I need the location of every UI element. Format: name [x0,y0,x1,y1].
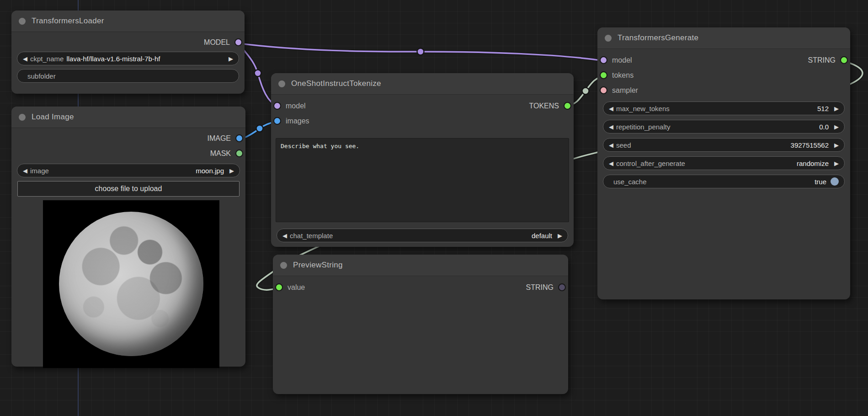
widget-chat-template[interactable]: ◀ chat_template default ▶ [277,229,568,242]
output-label-model: MODEL [204,38,230,47]
widget-seed[interactable]: ◀ seed 3927515562 ▶ [603,138,845,152]
input-slot-sampler[interactable] [600,86,607,94]
output-slot-model[interactable] [234,38,242,46]
next-value-icon[interactable]: ▶ [834,123,839,130]
prev-value-icon[interactable]: ◀ [609,160,613,167]
input-label-tokens: tokens [612,71,634,80]
widget-control-after-generate[interactable]: ◀ control_after_generate randomize ▶ [603,156,845,170]
widget-use-cache[interactable]: use_cache true [603,175,845,188]
node-title-bar[interactable]: PreviewString [273,255,568,276]
node-title: OneShotInstructTokenize [291,79,381,88]
widget-label: subfolder [27,72,56,80]
widget-label: control_after_generate [616,160,685,167]
widget-label: repetition_penalty [616,123,670,131]
input-slot-images[interactable] [273,117,281,125]
output-slot-string[interactable] [840,56,848,64]
node-load-image[interactable]: Load Image IMAGE MASK ◀ image moon.jpg ▶… [11,107,245,367]
node-title: Load Image [32,112,74,122]
widget-value: default [532,232,552,240]
widget-ckpt-name[interactable]: ◀ ckpt_name llava-hf/llava-v1.6-mistral-… [17,52,239,65]
prev-value-icon[interactable]: ◀ [609,142,613,149]
node-title-bar[interactable]: OneShotInstructTokenize [271,73,574,95]
link-dot [582,88,589,95]
toggle-knob-icon[interactable] [831,177,839,186]
collapse-dot-icon[interactable] [278,80,285,87]
widget-value: 3927515562 [791,141,829,149]
output-label-image: IMAGE [207,134,231,143]
input-label-images: images [286,117,309,125]
collapse-dot-icon[interactable] [605,35,612,42]
input-slot-value[interactable] [275,283,283,291]
link-dot [417,48,424,55]
node-one-shot-instruct-tokenize[interactable]: OneShotInstructTokenize model TOKENS ima… [271,73,574,247]
widget-value: randomize [797,160,829,167]
next-value-icon[interactable]: ▶ [558,232,562,239]
output-slot-tokens[interactable] [564,102,571,110]
widget-label: max_new_tokens [616,105,670,112]
output-label-tokens: TOKENS [529,102,559,110]
prev-value-icon[interactable]: ◀ [23,55,27,62]
node-title-bar[interactable]: TransformersGenerate [597,27,850,49]
widget-max-new-tokens[interactable]: ◀ max_new_tokens 512 ▶ [603,101,845,115]
link-dot [256,125,263,132]
choose-file-label: choose file to upload [95,185,162,193]
output-slot-mask[interactable] [235,149,243,157]
link-dot [255,70,261,77]
widget-subfolder[interactable]: subfolder [17,69,239,83]
widget-value: llava-hf/llava-v1.6-mistral-7b-hf [66,55,160,63]
node-title-bar[interactable]: TransformersLoader [11,11,245,32]
node-preview-string[interactable]: PreviewString value STRING [273,255,568,394]
widget-label: chat_template [290,232,333,240]
node-graph-canvas[interactable]: TransformersLoader MODEL ◀ ckpt_name lla… [0,0,868,416]
widget-value: true [815,178,826,186]
input-label-value: value [288,283,305,292]
input-slot-model[interactable] [273,102,281,110]
output-label-mask: MASK [210,149,231,158]
widget-label: ckpt_name [30,55,64,63]
next-value-icon[interactable]: ▶ [229,167,234,174]
output-label-string: STRING [526,283,554,292]
widget-label: use_cache [613,178,647,186]
widget-value: moon.jpg [196,167,224,175]
output-label-string: STRING [808,56,836,64]
moon-image [59,212,203,356]
node-transformers-generate[interactable]: TransformersGenerate model STRING tokens… [597,27,850,299]
widget-label: seed [616,141,631,149]
input-slot-tokens[interactable] [600,71,607,79]
output-slot-image[interactable] [235,134,243,142]
input-label-sampler: sampler [612,86,638,95]
widget-value: 0.0 [819,123,829,131]
widget-repetition-penalty[interactable]: ◀ repetition_penalty 0.0 ▶ [603,120,845,133]
next-value-icon[interactable]: ▶ [834,105,839,112]
collapse-dot-icon[interactable] [19,114,26,121]
widget-value: 512 [817,105,829,112]
collapse-dot-icon[interactable] [19,18,26,25]
prev-value-icon[interactable]: ◀ [282,232,287,239]
input-label-model: model [612,56,632,64]
node-title: TransformersGenerate [618,33,698,43]
prev-value-icon[interactable]: ◀ [609,105,613,112]
prev-value-icon[interactable]: ◀ [23,167,27,174]
widget-label: image [30,167,49,175]
input-slot-model[interactable] [600,56,607,64]
prompt-textarea[interactable]: Describe what you see. [276,138,569,222]
input-label-model: model [286,102,306,110]
output-slot-string[interactable] [558,283,566,291]
node-title-bar[interactable]: Load Image [11,107,245,128]
collapse-dot-icon[interactable] [280,262,287,269]
widget-image[interactable]: ◀ image moon.jpg ▶ [17,164,240,177]
next-value-icon[interactable]: ▶ [834,160,839,167]
node-title: TransformersLoader [32,16,104,26]
image-preview [43,200,219,368]
next-value-icon[interactable]: ▶ [834,142,839,149]
prev-value-icon[interactable]: ◀ [609,123,613,130]
choose-file-button[interactable]: choose file to upload [17,181,240,197]
next-value-icon[interactable]: ▶ [229,55,233,62]
node-title: PreviewString [293,261,343,270]
node-transformers-loader[interactable]: TransformersLoader MODEL ◀ ckpt_name lla… [11,11,245,94]
